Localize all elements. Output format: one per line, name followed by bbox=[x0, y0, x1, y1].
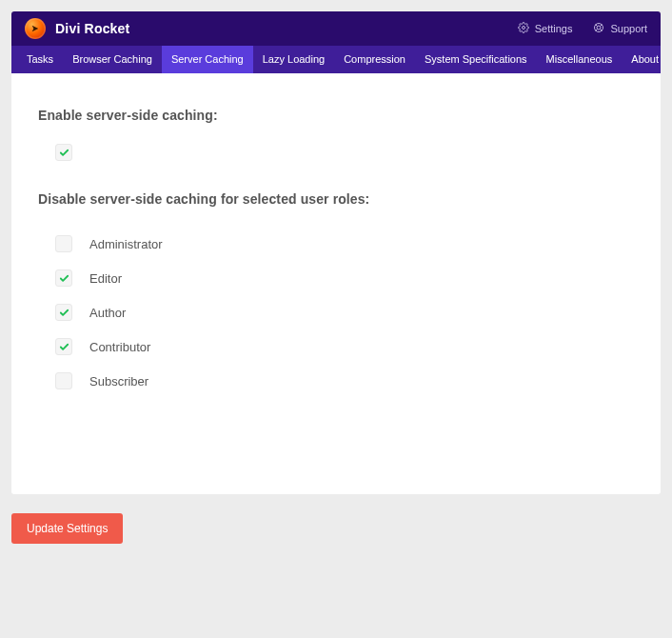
enable-caching-checkbox[interactable] bbox=[55, 144, 72, 161]
tab-system-specifications[interactable]: System Specifications bbox=[415, 46, 537, 73]
tab-about-license[interactable]: About & License Key bbox=[622, 46, 661, 73]
lifebuoy-icon bbox=[593, 22, 604, 35]
tab-bar: Tasks Browser Caching Server Caching Laz… bbox=[11, 46, 661, 73]
svg-line-3 bbox=[596, 25, 598, 27]
svg-line-4 bbox=[601, 30, 603, 31]
role-row-contributor: Contributor bbox=[55, 338, 634, 355]
role-label-contributor: Contributor bbox=[89, 340, 150, 354]
role-label-administrator: Administrator bbox=[89, 237, 163, 251]
update-settings-button[interactable]: Update Settings bbox=[11, 513, 123, 544]
header-actions: Settings Support bbox=[518, 22, 647, 35]
tab-miscellaneous[interactable]: Miscellaneous bbox=[537, 46, 623, 73]
svg-point-0 bbox=[522, 27, 524, 30]
role-checkbox-contributor[interactable] bbox=[55, 338, 72, 355]
svg-line-5 bbox=[596, 30, 598, 31]
enable-caching-heading: Enable server-side caching: bbox=[38, 108, 634, 123]
content-area: Enable server-side caching: Disable serv… bbox=[11, 73, 661, 494]
brand-title: Divi Rocket bbox=[55, 21, 129, 36]
brand: Divi Rocket bbox=[25, 18, 129, 39]
tab-lazy-loading[interactable]: Lazy Loading bbox=[253, 46, 334, 73]
gear-icon bbox=[518, 22, 529, 35]
role-label-editor: Editor bbox=[89, 271, 122, 286]
role-row-subscriber: Subscriber bbox=[55, 372, 634, 389]
settings-card: Divi Rocket Settings Support Tasks bbox=[11, 11, 661, 494]
tab-server-caching[interactable]: Server Caching bbox=[162, 46, 253, 73]
logo-icon bbox=[25, 18, 46, 39]
role-row-editor: Editor bbox=[55, 269, 634, 287]
app-header: Divi Rocket Settings Support bbox=[11, 11, 661, 46]
role-label-subscriber: Subscriber bbox=[89, 374, 148, 389]
support-link-label: Support bbox=[610, 23, 647, 34]
svg-point-2 bbox=[597, 26, 601, 30]
settings-link-label: Settings bbox=[535, 23, 573, 34]
svg-line-6 bbox=[601, 25, 603, 27]
role-row-administrator: Administrator bbox=[55, 235, 634, 252]
role-checkbox-author[interactable] bbox=[55, 304, 72, 321]
disable-roles-heading: Disable server-side caching for selected… bbox=[38, 191, 634, 207]
role-checkbox-administrator[interactable] bbox=[55, 235, 72, 252]
role-checkbox-editor[interactable] bbox=[55, 269, 72, 287]
role-row-author: Author bbox=[55, 304, 634, 321]
role-label-author: Author bbox=[89, 306, 126, 320]
role-checkbox-subscriber[interactable] bbox=[55, 372, 72, 389]
tab-browser-caching[interactable]: Browser Caching bbox=[63, 46, 162, 73]
settings-link[interactable]: Settings bbox=[518, 22, 573, 35]
tab-compression[interactable]: Compression bbox=[334, 46, 415, 73]
tab-tasks[interactable]: Tasks bbox=[17, 46, 63, 73]
support-link[interactable]: Support bbox=[593, 22, 647, 35]
footer: Update Settings bbox=[11, 508, 661, 572]
